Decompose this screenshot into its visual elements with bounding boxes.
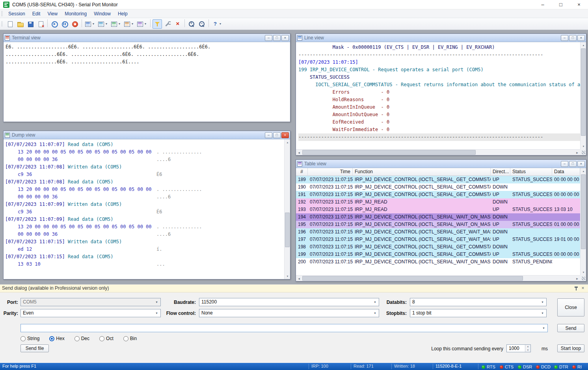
window-titlebar[interactable]: COM5 (USB-SERIAL CH340) - Serial Port Mo… [0, 0, 588, 9]
table-row[interactable]: 19507/07/2023 11:07:15IRP_MJ_DEVICE_CONT… [296, 221, 580, 228]
scrollbar-thumb[interactable] [285, 213, 290, 247]
line-view-minimize-button[interactable]: – [561, 35, 568, 41]
table-row[interactable]: 19907/07/2023 11:07:15IRP_MJ_DEVICE_CONT… [296, 251, 580, 258]
table-row[interactable]: 19107/07/2023 11:07:15IRP_MJ_DEVICE_CONT… [296, 191, 580, 198]
format-radio-oct[interactable]: Oct [99, 336, 114, 341]
chevron-down-icon[interactable]: ▾ [130, 19, 134, 29]
format-radio-hex[interactable]: Hex [49, 336, 64, 341]
chevron-down-icon[interactable]: ▾ [104, 19, 108, 29]
start-monitoring-button[interactable] [50, 19, 59, 29]
menu-session[interactable]: Session [5, 10, 29, 18]
radio-icon[interactable] [20, 336, 26, 341]
radio-icon[interactable] [49, 336, 54, 341]
loop-interval-value[interactable]: 1000 [509, 346, 519, 351]
scrollbar-thumb[interactable] [581, 174, 586, 249]
dump-view-close-button[interactable]: × [281, 132, 289, 138]
scroll-right-icon[interactable]: ▶ [574, 276, 580, 281]
chevron-down-icon[interactable]: ▾ [117, 19, 121, 29]
pause-monitoring-button[interactable] [60, 19, 69, 29]
table-row[interactable]: 20007/07/2023 11:07:15IRP_MJ_DEVICE_CONT… [296, 258, 580, 266]
scroll-up-icon[interactable]: ▲ [581, 168, 586, 174]
send-dialog-close-icon[interactable]: × [580, 285, 586, 291]
format-radio-bin[interactable]: Bin [123, 336, 137, 341]
table-view-titlebar[interactable]: Table view – □ × [296, 160, 586, 168]
loop-interval-stepper[interactable]: 1000 ▲ ▼ [506, 344, 531, 352]
table-column-header[interactable]: Time [308, 168, 353, 176]
table-view-close-button[interactable]: × [577, 161, 585, 167]
save-session-button[interactable] [26, 19, 35, 29]
radio-icon[interactable] [99, 336, 104, 341]
terminal-view-content[interactable]: É6. ..................6É6. .............… [4, 42, 290, 122]
line-view-close-button[interactable]: × [577, 35, 585, 41]
terminal-view-close-button[interactable]: × [281, 35, 289, 41]
table-row[interactable]: 19007/07/2023 11:07:15IRP_MJ_DEVICE_CONT… [296, 183, 580, 191]
pin-icon[interactable] [574, 286, 579, 291]
window-close-button[interactable]: × [570, 0, 588, 9]
terminal-view-titlebar[interactable]: Terminal view – □ × [4, 34, 290, 42]
start-loop-button[interactable]: Start loop [557, 344, 584, 352]
stopbits-select[interactable]: 1 stop bit [410, 309, 547, 317]
port-select[interactable]: COM5 [20, 298, 161, 306]
table-column-header[interactable]: Function [353, 168, 491, 176]
scrollbar-thumb[interactable] [302, 276, 523, 281]
line-view-content[interactable]: Mask - 0x00000119 (EV_CTS | EV_DSR | EV_… [296, 42, 580, 149]
stepper-down-icon[interactable]: ▼ [525, 348, 530, 352]
filter-setup-button[interactable] [153, 19, 162, 29]
send-button[interactable]: Send [557, 324, 584, 332]
scroll-left-icon[interactable]: ◀ [296, 276, 302, 281]
table-column-header[interactable]: Status [510, 168, 552, 176]
dump-view-maximize-button[interactable]: □ [273, 132, 281, 138]
dump-view-toggle-button[interactable]: ▾ [110, 19, 122, 29]
modem-view-toggle-button[interactable]: ▾ [136, 19, 148, 29]
format-radio-string[interactable]: String [20, 336, 39, 341]
chevron-down-icon[interactable]: ▾ [143, 19, 147, 29]
line-view-maximize-button[interactable]: □ [569, 35, 577, 41]
table-row[interactable]: 18907/07/2023 11:07:15IRP_MJ_DEVICE_CONT… [296, 176, 580, 183]
command-input[interactable] [20, 324, 548, 332]
menu-view[interactable]: View [44, 10, 61, 18]
table-column-header[interactable]: Data [552, 168, 580, 176]
help-button[interactable]: ▾ [211, 19, 223, 29]
dump-view-titlebar[interactable]: Dump view – □ × [4, 131, 290, 139]
zoom-in-button[interactable] [187, 19, 196, 29]
close-session-button[interactable] [36, 19, 45, 29]
stepper-up-icon[interactable]: ▲ [525, 345, 530, 348]
window-maximize-button[interactable]: □ [552, 0, 570, 9]
line-view-horizontal-scrollbar[interactable]: ◀ ▶ [296, 149, 580, 155]
catch-setup-button[interactable] [163, 19, 172, 29]
scroll-down-icon[interactable]: ▼ [581, 269, 586, 275]
menu-edit[interactable]: Edit [29, 10, 44, 18]
chevron-down-icon[interactable]: ▾ [218, 19, 222, 29]
chevron-down-icon[interactable]: ▾ [91, 19, 95, 29]
scroll-down-icon[interactable]: ▼ [285, 273, 290, 279]
radio-icon[interactable] [74, 336, 80, 341]
table-row[interactable]: 19807/07/2023 11:07:15IRP_MJ_DEVICE_CONT… [296, 243, 580, 251]
table-row[interactable]: 19707/07/2023 11:07:15IRP_MJ_DEVICE_CONT… [296, 236, 580, 243]
window-minimize-button[interactable]: – [534, 0, 552, 9]
menu-monitoring[interactable]: Monitoring [61, 10, 90, 18]
terminal-view-maximize-button[interactable]: □ [273, 35, 281, 41]
radio-icon[interactable] [123, 336, 128, 341]
table-column-header[interactable]: Direct... [491, 168, 510, 176]
table-row[interactable]: 19207/07/2023 11:07:15IRP_MJ_READDOWN [296, 198, 580, 206]
clear-views-button[interactable] [173, 19, 182, 29]
resize-grip[interactable] [580, 149, 586, 155]
menu-help[interactable]: Help [114, 10, 131, 18]
baudrate-select[interactable]: 115200 [199, 298, 379, 306]
scroll-up-icon[interactable]: ▲ [581, 42, 586, 48]
send-file-button[interactable]: Send file [20, 344, 49, 352]
dump-view-vertical-scrollbar[interactable]: ▲ ▼ [284, 139, 290, 279]
terminal-view-toggle-button[interactable]: ▾ [84, 19, 96, 29]
dump-view-minimize-button[interactable]: – [265, 132, 272, 138]
scroll-down-icon[interactable]: ▼ [581, 143, 586, 149]
table-column-header[interactable]: # [296, 168, 308, 176]
line-view-titlebar[interactable]: Line view – □ × [296, 34, 586, 42]
table-view-maximize-button[interactable]: □ [569, 161, 577, 167]
scroll-left-icon[interactable]: ◀ [296, 150, 302, 155]
table-view-minimize-button[interactable]: – [561, 161, 568, 167]
table-row[interactable]: 19307/07/2023 11:07:15IRP_MJ_READUPSTATU… [296, 206, 580, 213]
zoom-out-button[interactable] [197, 19, 207, 29]
dump-view-content[interactable]: [07/07/2023 11:07:07] Read data (COM5)13… [4, 139, 284, 279]
new-session-button[interactable] [5, 19, 15, 29]
menu-window[interactable]: Window [90, 10, 114, 18]
